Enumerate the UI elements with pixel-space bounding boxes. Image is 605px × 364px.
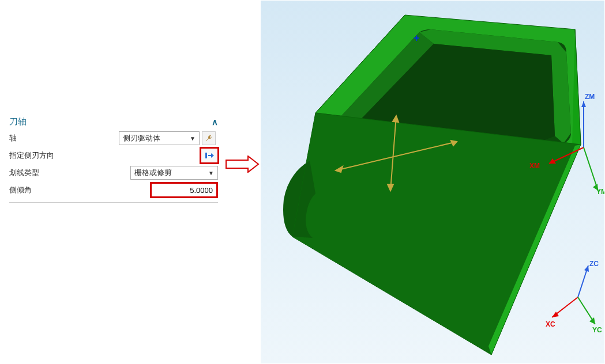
direction-row: 指定侧刃方向 — [7, 147, 220, 164]
axis-label: 轴 — [9, 133, 73, 143]
axis-dropdown-value: 侧刃驱动体 — [123, 133, 160, 143]
line-type-label: 划线类型 — [9, 168, 73, 178]
line-type-row: 划线类型 栅格或修剪 ▼ — [7, 164, 220, 181]
collapse-chevron-icon[interactable]: ∧ — [212, 117, 218, 127]
viewport-3d[interactable]: + ZM XM YM ZC XC YC — [261, 1, 604, 363]
direction-label: 指定侧刃方向 — [9, 150, 73, 161]
line-type-dropdown[interactable]: 栅格或修剪 ▼ — [130, 166, 218, 180]
wrench-icon — [205, 134, 213, 142]
svg-rect-0 — [205, 153, 207, 158]
axis-row: 轴 侧刃驱动体 ▼ — [7, 130, 220, 147]
xc-axis-label: XC — [546, 320, 555, 328]
tilt-angle-input[interactable] — [150, 182, 218, 198]
panel-divider — [9, 202, 218, 203]
direction-arrow-icon — [204, 151, 215, 160]
tilt-angle-label: 侧倾角 — [9, 185, 73, 195]
tool-axis-panel: 刀轴 ∧ 轴 侧刃驱动体 ▼ 指定侧刃方向 — [7, 115, 220, 203]
axis-settings-button[interactable] — [202, 131, 216, 145]
svg-line-1 — [336, 142, 457, 170]
yc-axis-label: YC — [592, 326, 602, 334]
section-header: 刀轴 ∧ — [7, 115, 220, 130]
caret-down-icon: ▼ — [208, 170, 214, 176]
specify-direction-button[interactable] — [201, 148, 218, 163]
zc-axis-label: ZC — [589, 260, 599, 268]
machine-triad-icon — [543, 96, 604, 199]
caret-down-icon: ▼ — [190, 135, 196, 142]
svg-line-2 — [390, 116, 396, 191]
section-title: 刀轴 — [9, 116, 27, 127]
origin-marker-icon: + — [414, 32, 420, 44]
tilt-angle-row: 侧倾角 — [7, 181, 220, 199]
zm-axis-label: ZM — [585, 93, 595, 101]
callout-arrow-icon — [225, 156, 260, 173]
xm-axis-label: XM — [529, 162, 540, 170]
svg-line-5 — [584, 147, 598, 191]
ym-axis-label: YM — [596, 188, 604, 196]
axis-dropdown[interactable]: 侧刃驱动体 ▼ — [119, 131, 200, 145]
line-type-value: 栅格或修剪 — [134, 168, 172, 178]
